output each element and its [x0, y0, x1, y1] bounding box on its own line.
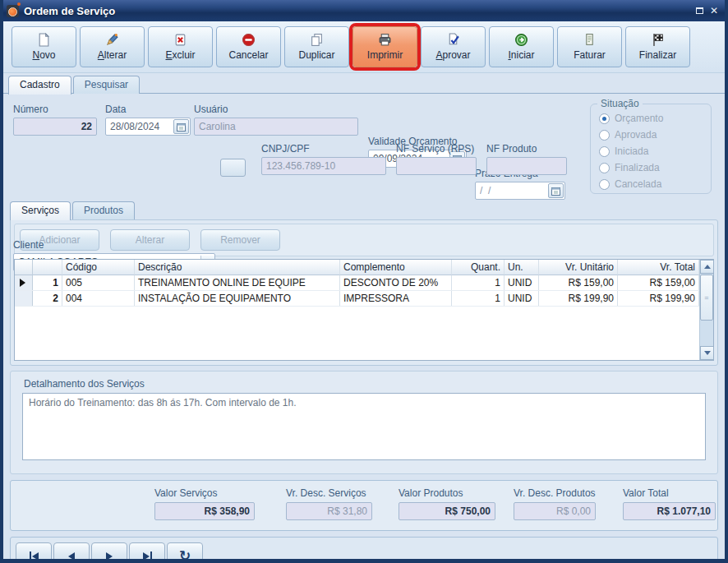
close-button[interactable]: ✕: [707, 4, 721, 17]
alterar-label: Alterar: [98, 49, 127, 61]
prazo-calendar-button[interactable]: [548, 183, 564, 198]
valor-produtos-field: [399, 502, 495, 520]
refresh-button[interactable]: ↻: [167, 542, 203, 563]
duplicar-button[interactable]: Duplicar: [284, 26, 349, 67]
header-quant[interactable]: Quant.: [452, 260, 505, 275]
radio-option-aprovada[interactable]: Aprovada: [599, 128, 711, 141]
iniciar-button[interactable]: Iniciar: [489, 26, 554, 67]
valor-total-field: [623, 502, 716, 520]
last-record-button[interactable]: [129, 542, 165, 563]
totals-panel: Valor Serviços Vr. Desc. Serviços Valor …: [10, 480, 718, 531]
nf-servico-field[interactable]: [396, 157, 477, 175]
radio-icon: [599, 163, 610, 173]
radio-icon: [599, 179, 610, 190]
titlebar: Ordem de Serviço ✕: [0, 0, 728, 21]
radio-icon: [599, 146, 610, 157]
scroll-down-button[interactable]: [700, 346, 714, 360]
app-icon: [7, 5, 19, 17]
previous-record-button[interactable]: [53, 542, 90, 563]
cnpj-label: CNPJ/CPF: [261, 143, 386, 155]
usuario-label: Usuário: [194, 104, 358, 115]
aprovar-button[interactable]: Aprovar: [421, 26, 486, 67]
radio-icon: [599, 130, 610, 141]
radio-checked-icon: [599, 113, 610, 124]
header-un[interactable]: Un.: [505, 260, 539, 275]
header-descricao[interactable]: Descrição: [135, 260, 340, 275]
tab-produtos[interactable]: Produtos: [72, 201, 135, 219]
cancelar-label: Cancelar: [228, 49, 268, 61]
tab-cadastro[interactable]: Cadastro: [8, 76, 71, 95]
radio-option-orcamento[interactable]: Orçamento: [599, 112, 711, 125]
data-label: Data: [105, 104, 191, 115]
header-vr-unitario[interactable]: Vr. Unitário: [539, 260, 618, 275]
first-record-button[interactable]: [16, 542, 52, 563]
main-tabs: Cadastro Pesquisar: [3, 73, 725, 94]
table-row[interactable]: 1 005 TREINAMENTO ONLINE DE EQUIPE DESCO…: [15, 275, 699, 291]
ordem-de-servico-window: Ordem de Serviço ✕ Novo Alterar Excluir …: [0, 0, 728, 563]
imprimir-button[interactable]: Imprimir: [352, 26, 417, 67]
tab-servicos[interactable]: Serviços: [10, 201, 71, 220]
close-icon: ✕: [710, 5, 718, 16]
current-row-arrow-icon: [20, 279, 25, 287]
duplicate-icon: [310, 33, 324, 47]
toolbar: Novo Alterar Excluir Cancelar Duplicar I…: [3, 21, 725, 73]
maximize-button[interactable]: [692, 4, 707, 17]
numero-field[interactable]: [13, 118, 97, 136]
header-selector: [15, 260, 33, 275]
nf-produto-label: NF Produto: [486, 143, 567, 155]
nf-produto-field[interactable]: [486, 157, 567, 175]
arrow-up-icon: [704, 265, 711, 269]
header-complemento[interactable]: Complemento: [340, 260, 452, 275]
alterar-button[interactable]: Alterar: [80, 26, 145, 67]
grid-vertical-scrollbar[interactable]: =: [699, 260, 713, 360]
desc-produtos-label: Vr. Desc. Produtos: [514, 487, 596, 499]
window-title: Ordem de Serviço: [24, 5, 692, 17]
refresh-icon: ↻: [179, 549, 191, 563]
excluir-label: Excluir: [165, 49, 195, 61]
finalizar-label: Finalizar: [639, 49, 676, 61]
record-navigator: ↻: [10, 537, 718, 563]
calendar-icon: [551, 187, 560, 196]
row-selector: [15, 275, 33, 290]
faturar-button[interactable]: Faturar: [557, 26, 622, 67]
first-icon: [30, 551, 31, 561]
cliente-label: Cliente: [13, 239, 215, 251]
detalhamento-textarea[interactable]: Horário do Treinamento: das 8h ás 17h. C…: [22, 393, 706, 460]
numero-label: Número: [13, 104, 97, 115]
table-row[interactable]: 2 004 INSTALAÇÃO DE EQUIPAMENTO IMPRESSO…: [15, 291, 699, 307]
cancelar-button[interactable]: Cancelar: [216, 26, 281, 67]
radio-option-iniciada[interactable]: Iniciada: [599, 145, 711, 158]
excluir-button[interactable]: Excluir: [148, 26, 213, 67]
valor-produtos-label: Valor Produtos: [399, 487, 495, 499]
valor-servicos-label: Valor Serviços: [154, 487, 255, 499]
scroll-up-button[interactable]: [700, 260, 714, 274]
finalizar-button[interactable]: Finalizar: [625, 26, 690, 67]
header-codigo[interactable]: Código: [62, 260, 135, 275]
duplicar-label: Duplicar: [298, 49, 334, 61]
next-record-button[interactable]: [91, 542, 127, 563]
data-calendar-button[interactable]: [173, 119, 189, 134]
items-tabs: Serviços Produtos: [3, 199, 725, 219]
valor-servicos-field: [154, 502, 255, 520]
row-selector: [15, 291, 33, 306]
radio-option-cancelada[interactable]: Cancelada: [599, 178, 711, 191]
desc-servicos-label: Vr. Desc. Serviços: [286, 487, 372, 499]
approve-check-icon: [446, 33, 460, 47]
novo-button[interactable]: Novo: [12, 26, 76, 67]
usuario-field[interactable]: [194, 118, 358, 136]
cancel-icon: [242, 33, 256, 47]
detalhamento-label: Detalhamento dos Serviços: [24, 378, 706, 390]
cnpj-field[interactable]: [261, 157, 386, 175]
scrollbar-thumb[interactable]: =: [700, 275, 713, 321]
tab-pesquisar[interactable]: Pesquisar: [73, 76, 140, 94]
new-document-icon: [37, 33, 51, 47]
novo-label: Novo: [32, 49, 55, 61]
cliente-lookup-button[interactable]: [220, 159, 246, 177]
header-vr-total[interactable]: Vr. Total: [618, 260, 699, 275]
start-arrow-icon: [514, 33, 528, 47]
desc-servicos-field: [286, 502, 372, 520]
maximize-icon: [696, 7, 703, 14]
radio-option-finalizada[interactable]: Finalizada: [599, 161, 711, 174]
imprimir-label: Imprimir: [367, 49, 403, 61]
faturar-label: Faturar: [574, 49, 606, 61]
